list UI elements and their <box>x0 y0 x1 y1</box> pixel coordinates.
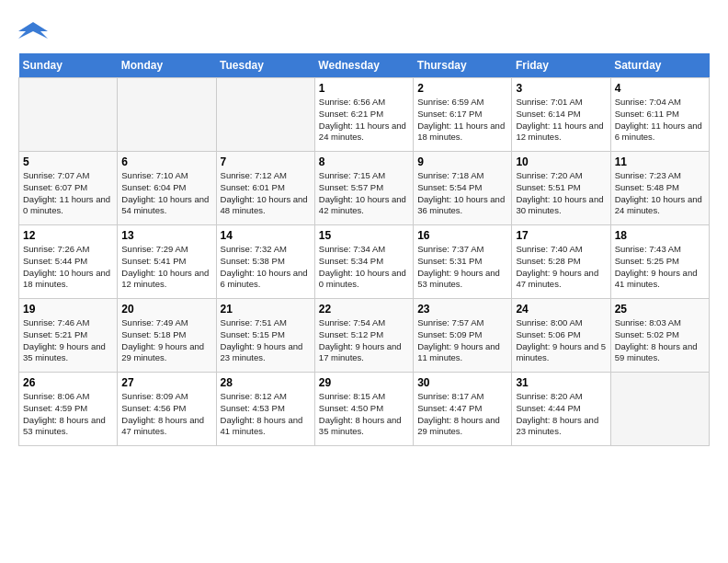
day-info: Sunrise: 7:29 AM Sunset: 5:41 PM Dayligh… <box>121 244 211 291</box>
day-number: 28 <box>221 376 311 389</box>
day-number: 22 <box>319 303 409 316</box>
day-cell: 5Sunrise: 7:07 AM Sunset: 6:07 PM Daylig… <box>19 152 118 225</box>
day-cell: 26Sunrise: 8:06 AM Sunset: 4:59 PM Dayli… <box>19 373 118 446</box>
day-number: 9 <box>417 155 507 168</box>
day-number: 5 <box>23 155 113 168</box>
day-info: Sunrise: 6:59 AM Sunset: 6:17 PM Dayligh… <box>417 97 507 144</box>
day-info: Sunrise: 7:20 AM Sunset: 5:51 PM Dayligh… <box>516 170 606 217</box>
day-cell: 13Sunrise: 7:29 AM Sunset: 5:41 PM Dayli… <box>118 225 216 299</box>
day-info: Sunrise: 7:54 AM Sunset: 5:12 PM Dayligh… <box>319 317 409 364</box>
day-info: Sunrise: 8:17 AM Sunset: 4:47 PM Dayligh… <box>417 391 507 438</box>
logo-icon <box>18 18 48 44</box>
day-number: 15 <box>319 229 409 242</box>
day-info: Sunrise: 8:03 AM Sunset: 5:02 PM Dayligh… <box>615 317 705 364</box>
day-header-monday: Monday <box>118 53 216 78</box>
day-cell: 29Sunrise: 8:15 AM Sunset: 4:50 PM Dayli… <box>314 373 413 446</box>
day-number: 19 <box>23 303 113 316</box>
day-cell: 22Sunrise: 7:54 AM Sunset: 5:12 PM Dayli… <box>314 299 413 373</box>
day-cell: 1Sunrise: 6:56 AM Sunset: 6:21 PM Daylig… <box>314 78 413 152</box>
day-info: Sunrise: 7:26 AM Sunset: 5:44 PM Dayligh… <box>23 244 113 291</box>
day-cell: 27Sunrise: 8:09 AM Sunset: 4:56 PM Dayli… <box>118 373 216 446</box>
day-cell: 28Sunrise: 8:12 AM Sunset: 4:53 PM Dayli… <box>216 373 314 446</box>
day-cell: 11Sunrise: 7:23 AM Sunset: 5:48 PM Dayli… <box>610 152 709 225</box>
day-info: Sunrise: 7:12 AM Sunset: 6:01 PM Dayligh… <box>221 170 311 217</box>
day-info: Sunrise: 7:34 AM Sunset: 5:34 PM Dayligh… <box>319 244 409 291</box>
day-number: 24 <box>516 303 606 316</box>
day-info: Sunrise: 7:07 AM Sunset: 6:07 PM Dayligh… <box>23 170 113 217</box>
day-info: Sunrise: 7:57 AM Sunset: 5:09 PM Dayligh… <box>417 317 507 364</box>
day-cell: 24Sunrise: 8:00 AM Sunset: 5:06 PM Dayli… <box>512 299 610 373</box>
day-info: Sunrise: 7:04 AM Sunset: 6:11 PM Dayligh… <box>615 97 705 144</box>
day-info: Sunrise: 7:46 AM Sunset: 5:21 PM Dayligh… <box>23 317 113 364</box>
day-info: Sunrise: 7:43 AM Sunset: 5:25 PM Dayligh… <box>615 244 705 291</box>
day-cell: 8Sunrise: 7:15 AM Sunset: 5:57 PM Daylig… <box>314 152 413 225</box>
day-info: Sunrise: 7:23 AM Sunset: 5:48 PM Dayligh… <box>615 170 705 217</box>
day-info: Sunrise: 8:12 AM Sunset: 4:53 PM Dayligh… <box>221 391 311 438</box>
day-header-friday: Friday <box>512 53 610 78</box>
day-cell: 7Sunrise: 7:12 AM Sunset: 6:01 PM Daylig… <box>216 152 314 225</box>
day-cell: 20Sunrise: 7:49 AM Sunset: 5:18 PM Dayli… <box>118 299 216 373</box>
day-number: 23 <box>417 303 507 316</box>
day-info: Sunrise: 7:01 AM Sunset: 6:14 PM Dayligh… <box>516 97 606 144</box>
day-cell: 16Sunrise: 7:37 AM Sunset: 5:31 PM Dayli… <box>414 225 512 299</box>
day-info: Sunrise: 7:18 AM Sunset: 5:54 PM Dayligh… <box>417 170 507 217</box>
day-header-sunday: Sunday <box>19 53 118 78</box>
day-cell: 21Sunrise: 7:51 AM Sunset: 5:15 PM Dayli… <box>216 299 314 373</box>
day-number: 6 <box>121 155 211 168</box>
day-cell: 9Sunrise: 7:18 AM Sunset: 5:54 PM Daylig… <box>414 152 512 225</box>
day-cell: 15Sunrise: 7:34 AM Sunset: 5:34 PM Dayli… <box>314 225 413 299</box>
day-number: 27 <box>121 376 211 389</box>
week-row-0: 1Sunrise: 6:56 AM Sunset: 6:21 PM Daylig… <box>19 78 710 152</box>
day-header-thursday: Thursday <box>414 53 512 78</box>
day-info: Sunrise: 7:10 AM Sunset: 6:04 PM Dayligh… <box>121 170 211 217</box>
day-header-wednesday: Wednesday <box>314 53 413 78</box>
day-cell <box>118 78 216 152</box>
day-info: Sunrise: 8:09 AM Sunset: 4:56 PM Dayligh… <box>121 391 211 438</box>
day-cell <box>216 78 314 152</box>
svg-marker-0 <box>18 22 48 39</box>
day-cell: 19Sunrise: 7:46 AM Sunset: 5:21 PM Dayli… <box>19 299 118 373</box>
day-info: Sunrise: 7:37 AM Sunset: 5:31 PM Dayligh… <box>417 244 507 291</box>
day-number: 11 <box>615 155 705 168</box>
day-number: 17 <box>516 229 606 242</box>
calendar-table: SundayMondayTuesdayWednesdayThursdayFrid… <box>18 53 710 446</box>
week-row-1: 5Sunrise: 7:07 AM Sunset: 6:07 PM Daylig… <box>19 152 710 225</box>
day-number: 13 <box>121 229 211 242</box>
day-number: 16 <box>417 229 507 242</box>
week-row-2: 12Sunrise: 7:26 AM Sunset: 5:44 PM Dayli… <box>19 225 710 299</box>
day-number: 1 <box>319 82 409 95</box>
day-info: Sunrise: 8:06 AM Sunset: 4:59 PM Dayligh… <box>23 391 113 438</box>
days-header-row: SundayMondayTuesdayWednesdayThursdayFrid… <box>19 53 710 78</box>
day-info: Sunrise: 7:15 AM Sunset: 5:57 PM Dayligh… <box>319 170 409 217</box>
day-cell: 4Sunrise: 7:04 AM Sunset: 6:11 PM Daylig… <box>610 78 709 152</box>
day-number: 21 <box>221 303 311 316</box>
day-cell <box>19 78 118 152</box>
day-number: 18 <box>615 229 705 242</box>
day-number: 26 <box>23 376 113 389</box>
day-info: Sunrise: 6:56 AM Sunset: 6:21 PM Dayligh… <box>319 97 409 144</box>
day-cell: 12Sunrise: 7:26 AM Sunset: 5:44 PM Dayli… <box>19 225 118 299</box>
day-cell: 17Sunrise: 7:40 AM Sunset: 5:28 PM Dayli… <box>512 225 610 299</box>
day-number: 30 <box>417 376 507 389</box>
day-cell: 2Sunrise: 6:59 AM Sunset: 6:17 PM Daylig… <box>414 78 512 152</box>
day-number: 3 <box>516 82 606 95</box>
day-number: 8 <box>319 155 409 168</box>
day-number: 4 <box>615 82 705 95</box>
day-info: Sunrise: 7:51 AM Sunset: 5:15 PM Dayligh… <box>221 317 311 364</box>
day-cell: 31Sunrise: 8:20 AM Sunset: 4:44 PM Dayli… <box>512 373 610 446</box>
day-number: 14 <box>221 229 311 242</box>
day-cell: 25Sunrise: 8:03 AM Sunset: 5:02 PM Dayli… <box>610 299 709 373</box>
week-row-3: 19Sunrise: 7:46 AM Sunset: 5:21 PM Dayli… <box>19 299 710 373</box>
day-info: Sunrise: 7:32 AM Sunset: 5:38 PM Dayligh… <box>221 244 311 291</box>
day-info: Sunrise: 8:20 AM Sunset: 4:44 PM Dayligh… <box>516 391 606 438</box>
day-cell: 10Sunrise: 7:20 AM Sunset: 5:51 PM Dayli… <box>512 152 610 225</box>
day-info: Sunrise: 8:15 AM Sunset: 4:50 PM Dayligh… <box>319 391 409 438</box>
day-cell <box>610 373 709 446</box>
day-number: 7 <box>221 155 311 168</box>
day-header-saturday: Saturday <box>610 53 709 78</box>
day-number: 2 <box>417 82 507 95</box>
day-cell: 23Sunrise: 7:57 AM Sunset: 5:09 PM Dayli… <box>414 299 512 373</box>
day-cell: 3Sunrise: 7:01 AM Sunset: 6:14 PM Daylig… <box>512 78 610 152</box>
day-number: 29 <box>319 376 409 389</box>
day-cell: 18Sunrise: 7:43 AM Sunset: 5:25 PM Dayli… <box>610 225 709 299</box>
